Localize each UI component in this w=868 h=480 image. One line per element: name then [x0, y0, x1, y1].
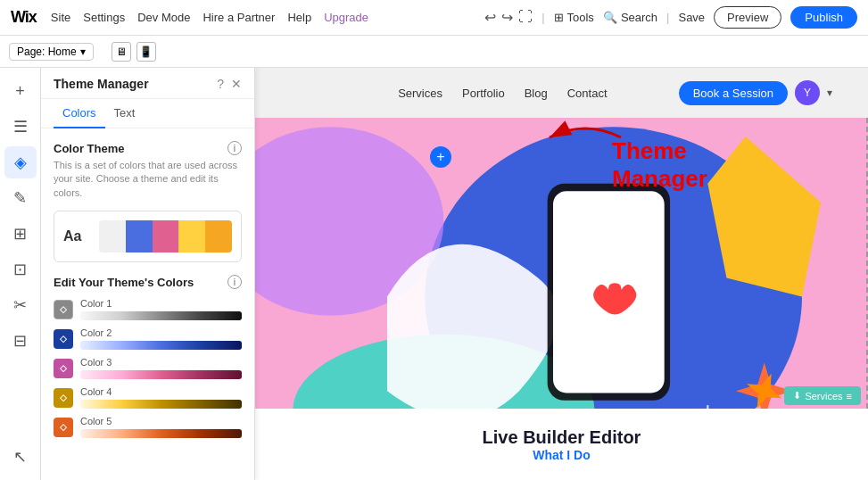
- fullscreen-icon[interactable]: ⛶: [518, 9, 533, 26]
- save-button[interactable]: Save: [678, 11, 705, 24]
- nav-partner[interactable]: Hire a Partner: [203, 11, 275, 24]
- page-select[interactable]: Page: Home ▾: [9, 43, 94, 61]
- color1-label: Color 1: [80, 298, 242, 309]
- mobile-icon[interactable]: 📱: [136, 42, 156, 62]
- sidebar-cursor[interactable]: ↖: [4, 441, 37, 473]
- nav-devmode[interactable]: Dev Mode: [137, 11, 190, 24]
- sidebar-add[interactable]: +: [4, 75, 37, 107]
- services-float-icon: ⬇: [793, 390, 801, 401]
- services-float-button[interactable]: ⬇ Services ≡: [784, 386, 861, 405]
- sidebar-media[interactable]: ⊡: [4, 253, 37, 286]
- sidebar-apps[interactable]: ⊞: [4, 218, 37, 250]
- color-row-2: ◇ Color 2: [54, 327, 242, 350]
- topbar-right: ↩ ↪ ⛶ | ⊞ Tools 🔍 Search | Save Preview …: [484, 6, 857, 29]
- services-float-label: Services: [805, 391, 842, 401]
- preview-button[interactable]: Preview: [714, 6, 781, 29]
- color5-right: Color 5: [80, 416, 242, 438]
- close-icon[interactable]: ✕: [231, 77, 242, 91]
- nav-site[interactable]: Site: [51, 11, 70, 24]
- canvas: Services Portfolio Blog Contact Book a S…: [255, 68, 868, 480]
- tab-text[interactable]: Text: [105, 99, 145, 128]
- topbar-left: Wix Site Settings Dev Mode Hire a Partne…: [11, 8, 368, 27]
- color-row-5: ◇ Color 5: [54, 416, 242, 438]
- color5-icon[interactable]: ◇: [54, 418, 73, 437]
- color-theme-title: Color Theme i: [54, 141, 242, 155]
- color-theme-preview[interactable]: Aa: [54, 211, 242, 262]
- services-float-menu-icon: ≡: [847, 391, 852, 401]
- search-bar[interactable]: 🔍 Search: [603, 11, 657, 24]
- nav-blog[interactable]: Blog: [525, 87, 548, 100]
- color-theme-info[interactable]: i: [227, 141, 242, 155]
- color5-label: Color 5: [80, 416, 242, 426]
- color2-icon[interactable]: ◇: [54, 329, 73, 349]
- swatch-1: [99, 220, 126, 252]
- theme-panel: Theme Manager ? ✕ Colors Text Color Them…: [41, 68, 255, 480]
- color-theme-section: Color Theme i This is a set of colors th…: [54, 141, 242, 262]
- color3-right: Color 3: [80, 357, 242, 379]
- theme-tabs: Colors Text: [41, 99, 254, 128]
- desktop-icon[interactable]: 🖥: [112, 42, 131, 62]
- color3-icon[interactable]: ◇: [54, 359, 73, 378]
- nav-links: Services Portfolio Blog Contact: [398, 87, 607, 100]
- color1-bar: [80, 311, 242, 320]
- left-sidebar: + ☰ ◈ ✎ ⊞ ⊡ ✂ ⊟ ↖: [0, 68, 41, 480]
- topbar-nav: Site Settings Dev Mode Hire a Partner He…: [51, 11, 368, 24]
- edit-colors-info[interactable]: i: [227, 275, 242, 289]
- color-swatches: [99, 220, 232, 252]
- hero-image: [255, 118, 868, 457]
- color2-label: Color 2: [80, 327, 242, 338]
- topbar: Wix Site Settings Dev Mode Hire a Partne…: [0, 0, 868, 36]
- sidebar-design[interactable]: ✎: [4, 182, 37, 214]
- nav-right: Book a Session Y ▾: [679, 80, 832, 105]
- hero-svg: [255, 118, 868, 457]
- device-icons: 🖥 📱: [112, 42, 156, 62]
- swatch-4: [178, 220, 205, 252]
- sidebar-themes[interactable]: ◈: [4, 146, 37, 178]
- nav-help[interactable]: Help: [287, 11, 311, 24]
- nav-upgrade[interactable]: Upgrade: [324, 11, 368, 24]
- color-theme-desc: This is a set of colors that are used ac…: [54, 159, 242, 200]
- tools-label: Tools: [567, 11, 594, 24]
- nav-settings[interactable]: Settings: [83, 11, 125, 24]
- sidebar-pages[interactable]: ☰: [4, 111, 37, 143]
- swatch-2: [126, 220, 153, 252]
- help-icon[interactable]: ?: [217, 77, 224, 91]
- main-area: + ☰ ◈ ✎ ⊞ ⊡ ✂ ⊟ ↖ Theme Manager ? ✕ Colo…: [0, 68, 868, 480]
- color-row-4: ◇ Color 4: [54, 386, 242, 409]
- swatch-5: [205, 220, 232, 252]
- color1-right: Color 1: [80, 298, 242, 320]
- color3-bar: [80, 370, 242, 379]
- nav-avatar: Y: [795, 80, 820, 105]
- undo-icon[interactable]: ↩: [484, 9, 496, 26]
- tools-button[interactable]: ⊞ Tools: [554, 11, 594, 24]
- canvas-plus-button[interactable]: +: [430, 146, 451, 168]
- color5-bar: [80, 429, 242, 438]
- redo-icon[interactable]: ↪: [501, 9, 513, 26]
- sidebar-tools[interactable]: ✂: [4, 289, 37, 321]
- publish-button[interactable]: Publish: [790, 6, 857, 29]
- tools-icon: ⊞: [554, 11, 564, 24]
- theme-sample: Aa: [63, 228, 90, 244]
- secondbar: Page: Home ▾ 🖥 📱: [0, 36, 868, 68]
- color1-icon[interactable]: ◇: [54, 300, 73, 319]
- bottom-title: Live Builder Editor: [483, 427, 641, 448]
- chevron-down-icon: ▾: [80, 46, 86, 58]
- color2-right: Color 2: [80, 327, 242, 350]
- color3-label: Color 3: [80, 357, 242, 368]
- edit-colors-title: Edit Your Theme's Colors i: [54, 275, 242, 289]
- color4-icon[interactable]: ◇: [54, 388, 73, 408]
- edit-colors-section: Edit Your Theme's Colors i ◇ Color 1: [54, 275, 242, 438]
- swatch-3: [153, 220, 179, 252]
- nav-services[interactable]: Services: [398, 87, 442, 100]
- color4-right: Color 4: [80, 386, 242, 409]
- search-label: Search: [621, 11, 657, 24]
- bottom-section: Live Builder Editor What I Do: [255, 409, 868, 480]
- theme-panel-title: Theme Manager: [54, 77, 149, 91]
- tab-colors[interactable]: Colors: [54, 99, 105, 128]
- nav-contact[interactable]: Contact: [567, 87, 608, 100]
- nav-cta-button[interactable]: Book a Session: [679, 81, 788, 105]
- nav-portfolio[interactable]: Portfolio: [462, 87, 505, 100]
- nav-chevron-icon[interactable]: ▾: [827, 87, 832, 99]
- sidebar-blog[interactable]: ⊟: [4, 325, 37, 357]
- site-nav: Services Portfolio Blog Contact Book a S…: [255, 68, 868, 118]
